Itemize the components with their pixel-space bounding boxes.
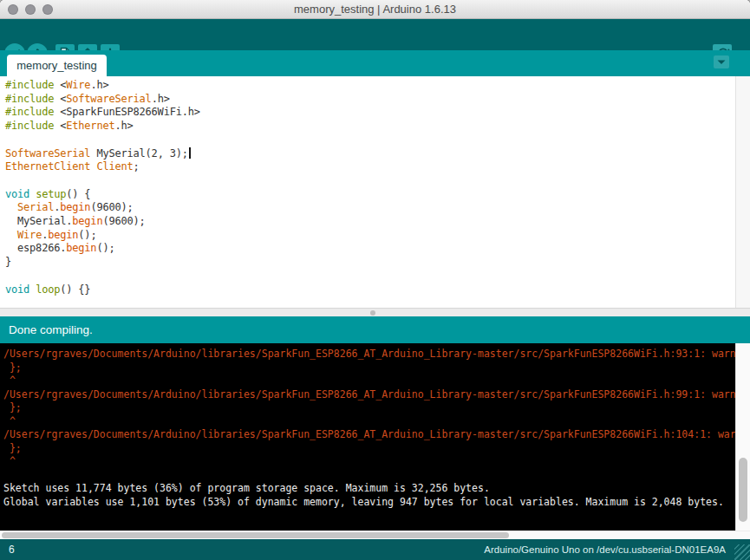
compile-status-text: Done compiling. <box>9 323 93 336</box>
code-line[interactable]: void loop() {} <box>5 283 735 297</box>
code-line[interactable] <box>5 270 735 283</box>
tab-memory-testing[interactable]: memory_testing <box>7 55 107 76</box>
splitter-handle-icon <box>370 310 375 316</box>
tab-label: memory_testing <box>16 59 96 72</box>
chevron-down-icon <box>714 55 729 68</box>
code-line[interactable]: } <box>5 256 735 270</box>
console-warning-line: /Users/rgraves/Documents/Arduino/librari… <box>3 428 735 442</box>
code-line[interactable] <box>5 174 735 188</box>
code-line[interactable]: MySerial.begin(9600); <box>5 215 735 229</box>
console-warning-line: }; <box>3 401 735 415</box>
editor-vertical-scrollbar[interactable] <box>735 76 750 308</box>
console-vertical-scrollbar[interactable] <box>735 343 750 531</box>
tab-menu-button[interactable] <box>714 55 729 68</box>
code-line[interactable]: void setup() { <box>5 188 735 202</box>
console-output-line: Sketch uses 11,774 bytes (36%) of progra… <box>3 482 735 496</box>
console-horizontal-scrollbar[interactable] <box>0 531 750 539</box>
code-line[interactable]: SoftwareSerial MySerial(2, 3); <box>5 147 735 161</box>
console-warning-line: }; <box>3 442 735 456</box>
code-editor[interactable]: #include <Wire.h>#include <SoftwareSeria… <box>0 76 735 308</box>
console-warning-line: ^ <box>3 415 735 429</box>
code-line[interactable]: #include <Wire.h> <box>5 79 735 93</box>
resize-grip-icon[interactable] <box>734 544 750 560</box>
code-line[interactable]: Wire.begin(); <box>5 229 735 243</box>
status-bar: 6 Arduino/Genuino Uno on /dev/cu.usbseri… <box>0 539 750 560</box>
code-line[interactable]: EthernetClient Client; <box>5 160 735 174</box>
console-warning-line: ^ <box>3 374 735 388</box>
console-warning-line: /Users/rgraves/Documents/Arduino/librari… <box>3 388 735 402</box>
tab-bar: memory_testing <box>0 50 750 76</box>
code-line[interactable]: Serial.begin(9600); <box>5 201 735 215</box>
cursor-line-number: 6 <box>9 539 15 560</box>
compile-status-bar: Done compiling. <box>0 316 750 343</box>
console-scrollbar-thumb[interactable] <box>739 458 747 522</box>
toolbar <box>0 19 750 50</box>
console-warning-line: ^ <box>3 455 735 469</box>
console-output-line: Global variables use 1,101 bytes (53%) o… <box>3 496 735 510</box>
horizontal-scrollbar-thumb[interactable] <box>2 532 509 538</box>
console-blank-line <box>3 469 735 483</box>
window-title: memory_testing | Arduino 1.6.13 <box>0 0 750 19</box>
code-line[interactable] <box>5 133 735 147</box>
code-line[interactable]: #include <SoftwareSerial.h> <box>5 93 735 107</box>
text-cursor <box>189 147 191 159</box>
code-line[interactable]: esp8266.begin(); <box>5 242 735 256</box>
console-warning-line: /Users/rgraves/Documents/Arduino/librari… <box>3 348 735 361</box>
editor-console-splitter[interactable] <box>0 308 750 316</box>
board-port-info: Arduino/Genuino Uno on /dev/cu.usbserial… <box>484 539 726 560</box>
title-bar[interactable]: memory_testing | Arduino 1.6.13 <box>0 0 750 19</box>
arduino-ide-window: memory_testing | Arduino 1.6.13 <box>0 0 750 560</box>
code-line[interactable]: #include <SparkFunESP8266WiFi.h> <box>5 106 735 120</box>
console-output: /Users/rgraves/Documents/Arduino/librari… <box>0 343 735 531</box>
console-warning-line: }; <box>3 361 735 375</box>
code-line[interactable]: #include <Ethernet.h> <box>5 120 735 133</box>
